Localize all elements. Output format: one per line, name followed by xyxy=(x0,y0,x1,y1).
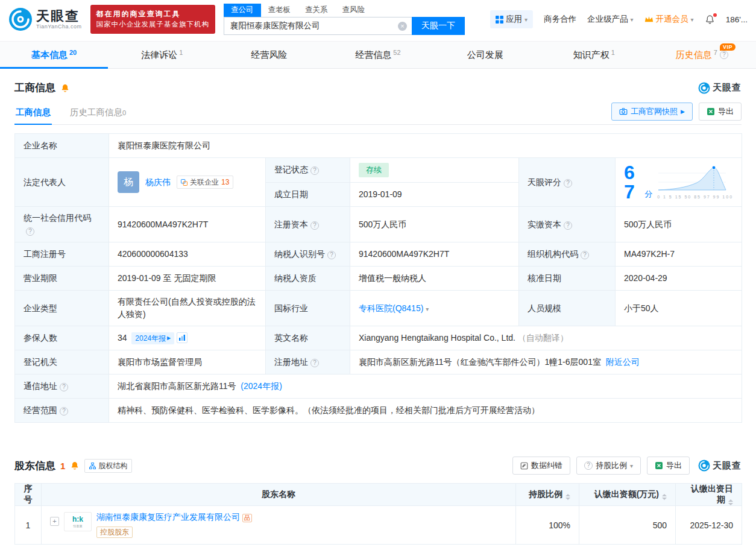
company-nav-tabs: 基本信息20 法律诉讼1 经营风险 经营信息52 公司发展 知识产权1 VIP … xyxy=(0,41,756,69)
industry-link[interactable]: 专科医院(Q8415) xyxy=(359,303,423,313)
monitor-bell-icon[interactable] xyxy=(60,83,70,93)
arrow-right-icon: ▶ xyxy=(681,109,685,115)
chevron-down-icon: ▾ xyxy=(631,16,634,23)
legal-rep-link[interactable]: 杨庆伟 xyxy=(145,176,171,189)
holding-ratio-value: 100% xyxy=(516,506,579,545)
sort-icon[interactable] xyxy=(662,494,667,500)
score-value: 67 xyxy=(624,163,640,201)
search-tabs: 查公司 查老板 查关系 查风险 xyxy=(224,4,465,17)
tab-basic-info[interactable]: 基本信息20 xyxy=(0,42,108,68)
taxpayer-qualification-value: 增值税一般纳税人 xyxy=(350,267,519,291)
taxpayer-id-label: 纳税人识别号? xyxy=(266,242,350,267)
subtab-current-business-info[interactable]: 工商信息 xyxy=(14,107,52,124)
tianyancha-logo[interactable]: 天眼查 TianYanCha.com xyxy=(8,7,82,31)
business-info-subtabs: 工商信息 历史工商信息0 工商官网快照 ▶ 导出 xyxy=(14,102,742,125)
account-menu[interactable]: 186'... xyxy=(726,15,748,24)
registered-address-value: 襄阳市高新区新光路11号（红金驰汽车部件公司）1幢1-6层001室 附近公司 xyxy=(350,350,742,375)
biz-coop-link[interactable]: 商务合作 xyxy=(544,14,576,25)
auto-translate-note: （自动翻译） xyxy=(518,333,569,343)
legal-rep-avatar[interactable]: 杨 xyxy=(118,171,139,193)
shareholders-count: 1 xyxy=(60,461,65,471)
info-icon[interactable]: ? xyxy=(60,407,68,416)
col-ratio[interactable]: 持股比例 xyxy=(516,484,579,506)
info-icon[interactable]: ? xyxy=(581,251,589,259)
equity-structure-icon[interactable]: 品 xyxy=(242,514,252,522)
monitor-bell-icon[interactable] xyxy=(70,461,80,470)
registration-authority-value: 襄阳市市场监督管理局 xyxy=(109,350,266,375)
search-input[interactable] xyxy=(224,17,412,34)
enterprise-products-menu[interactable]: 企业级产品 ▾ xyxy=(587,14,634,25)
info-icon[interactable]: ? xyxy=(310,221,319,230)
chevron-down-icon[interactable]: ▾ xyxy=(426,306,429,312)
apps-label: 应用 xyxy=(506,14,522,25)
reg-number-label: 工商注册号 xyxy=(15,242,109,267)
insured-count-label: 参保人数 xyxy=(15,326,109,350)
reg-number-value: 420600000604133 xyxy=(109,242,266,267)
holding-ratio-button[interactable]: ? 持股比例 ▾ xyxy=(576,457,641,475)
score-chart: 0 1 5 15 50 85 97 99 100 xyxy=(657,164,733,201)
tianyancha-watermark: 天眼查 xyxy=(698,460,742,472)
org-chart-icon xyxy=(89,463,96,469)
help-icon: ? xyxy=(584,461,593,470)
staff-size-label: 人员规模 xyxy=(519,291,616,326)
crown-icon xyxy=(644,16,654,23)
info-icon[interactable]: ? xyxy=(310,359,319,367)
subscribed-date-value: 2025-12-30 xyxy=(676,506,742,545)
tab-intellectual-property[interactable]: 知识产权1 xyxy=(540,42,648,68)
search-tab-boss[interactable]: 查老板 xyxy=(261,4,298,17)
info-icon[interactable]: ? xyxy=(310,166,319,175)
reg-capital-label: 注册资本? xyxy=(266,207,350,242)
search-button[interactable]: 天眼一下 xyxy=(412,17,465,35)
postal-annual-report-link[interactable]: (2024年报) xyxy=(241,381,282,391)
col-amount[interactable]: 认缴出资额(万元) xyxy=(579,484,676,506)
related-companies-tag[interactable]: 关联企业13 xyxy=(177,175,233,189)
info-icon[interactable]: ? xyxy=(564,221,572,230)
brand-domain: TianYanCha.com xyxy=(36,24,82,30)
subtab-history-business-info[interactable]: 历史工商信息0 xyxy=(69,107,127,124)
annual-report-tag[interactable]: 2024年报 ▶ xyxy=(131,332,174,344)
tab-operation-info[interactable]: 经营信息52 xyxy=(324,42,432,68)
edit-icon xyxy=(520,462,528,470)
export-button[interactable]: 导出 xyxy=(699,103,742,121)
tab-company-development[interactable]: 公司发展 xyxy=(432,42,540,68)
expand-icon[interactable]: + xyxy=(50,517,59,526)
tab-operation-risk[interactable]: 经营风险 xyxy=(216,42,324,68)
data-correction-button[interactable]: 数据纠错 xyxy=(512,457,570,475)
clear-search-icon[interactable]: × xyxy=(398,22,407,31)
vip-menu[interactable]: 开通会员 ▾ xyxy=(644,14,694,25)
company-name-label: 企业名称 xyxy=(15,134,109,158)
sort-icon[interactable] xyxy=(728,499,733,505)
search-tab-relation[interactable]: 查关系 xyxy=(298,4,335,17)
paid-capital-value: 500万人民币 xyxy=(616,207,742,242)
company-name-value: 襄阳恒泰康医院有限公司 xyxy=(109,134,742,158)
apps-menu[interactable]: 应用 ▾ xyxy=(490,10,533,28)
info-icon[interactable]: ? xyxy=(60,383,68,391)
info-icon[interactable]: ? xyxy=(327,251,336,259)
notification-bell-icon[interactable] xyxy=(705,14,715,25)
english-name-value: Xiangyang Hengtaikang Hospital Co., Ltd.… xyxy=(350,326,742,350)
paid-capital-label: 实缴资本? xyxy=(519,207,616,242)
trend-icon[interactable] xyxy=(177,332,187,343)
search-tab-company[interactable]: 查公司 xyxy=(224,4,261,17)
registration-authority-label: 登记机关 xyxy=(15,350,109,375)
col-date[interactable]: 认缴出资日期 xyxy=(676,484,742,506)
subscribed-amount-value: 500 xyxy=(579,506,676,545)
info-icon[interactable]: ? xyxy=(26,227,34,236)
sort-icon[interactable] xyxy=(565,494,570,500)
excel-icon xyxy=(707,107,715,116)
snapshot-icon xyxy=(619,107,628,116)
official-snapshot-button[interactable]: 工商官网快照 ▶ xyxy=(611,103,693,121)
info-icon[interactable]: ? xyxy=(564,179,572,188)
help-icon[interactable]: ? xyxy=(720,51,728,59)
tab-history-info[interactable]: VIP 历史信息7 ? xyxy=(648,42,756,68)
shareholder-name-link[interactable]: 湖南恒泰康康复医疗产业发展有限公司 xyxy=(96,512,240,522)
nearby-companies-link[interactable]: 附近公司 xyxy=(606,357,640,367)
score-cell[interactable]: 67 分 0 1 5 15 50 85 97 99 100 xyxy=(616,158,742,207)
equity-structure-button[interactable]: 股权结构 xyxy=(84,459,132,473)
tab-legal-litigation[interactable]: 法律诉讼1 xyxy=(108,42,216,68)
taxpayer-qualification-label: 纳税人资质 xyxy=(266,267,350,291)
reg-capital-value: 500万人民币 xyxy=(350,207,519,242)
export-button[interactable]: 导出 xyxy=(647,457,690,475)
shareholder-name-cell: + h:k 恒泰康 湖南恒泰康康复医疗产业发展有限公司 品 控股股东 xyxy=(42,506,516,545)
search-tab-risk[interactable]: 查风险 xyxy=(335,4,373,17)
